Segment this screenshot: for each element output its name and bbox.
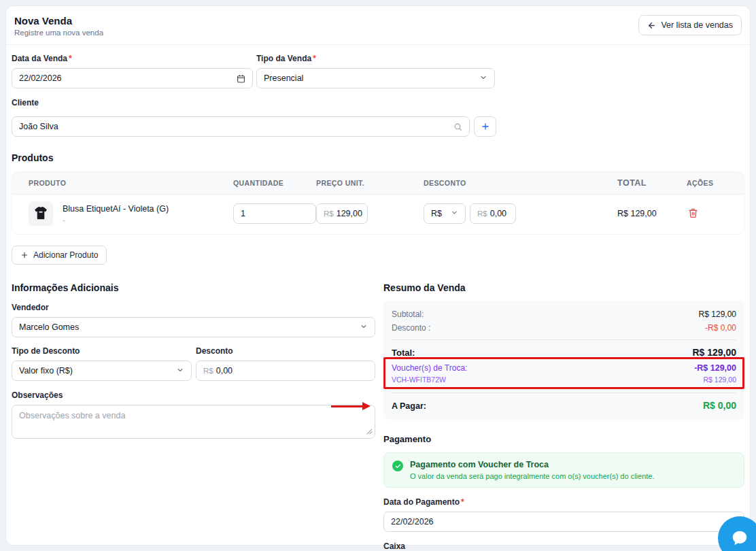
chevron-down-icon: [451, 209, 458, 218]
lower-section: Informações Adicionais Vendedor Marcelo …: [12, 282, 744, 551]
voucher-payment-alert: Pagamento com Voucher de Troca O valor d…: [383, 452, 744, 488]
payment-date-input[interactable]: [383, 512, 744, 532]
quantity-cell: [233, 203, 316, 224]
col-header-quantidade: QUANTIDADE: [233, 179, 316, 187]
customer-row: [12, 116, 744, 137]
cashier-label: Caixa: [383, 541, 744, 551]
sale-date-label: Data da Venda*: [12, 54, 253, 63]
additional-info-title: Informações Adicionais: [12, 282, 375, 293]
add-product-button[interactable]: Adicionar Produto: [12, 246, 107, 265]
customer-label: Cliente: [12, 98, 744, 107]
voucher-value: -R$ 129,00: [694, 363, 736, 373]
arrow-left-icon: [647, 21, 656, 30]
due-row: A Pagar: R$ 0,00: [392, 398, 736, 413]
required-asterisk: *: [313, 54, 316, 63]
customer-value[interactable]: [19, 122, 453, 131]
total-label: Total:: [392, 348, 415, 358]
add-product-label: Adicionar Produto: [33, 250, 98, 260]
card-header: Nova Venda Registre uma nova venda Ver l…: [6, 6, 750, 45]
sale-date-input[interactable]: [12, 68, 253, 88]
unit-price-input[interactable]: R$ 129,00: [316, 203, 368, 224]
voucher-label: Voucher(s) de Troca:: [392, 363, 467, 373]
subtotal-row: Subtotal: R$ 129,00: [392, 307, 736, 321]
seller-label: Vendedor: [12, 303, 375, 312]
sale-date-value[interactable]: [19, 73, 237, 83]
actions-cell: [685, 206, 744, 222]
products-table: PRODUTO QUANTIDADE PREÇO UNIT. DESCONTO …: [12, 171, 744, 235]
add-customer-button[interactable]: [474, 116, 496, 137]
plus-icon: [481, 122, 490, 131]
unit-price-cell: R$ 129,00: [316, 203, 424, 224]
col-header-produto: PRODUTO: [12, 179, 233, 187]
alert-content: Pagamento com Voucher de Troca O valor d…: [410, 460, 655, 480]
cashier-field-group: Caixa Marcelo Gomes - Aberto (#20) O pag…: [383, 541, 744, 551]
check-circle-icon: [392, 461, 403, 471]
currency-prefix: R$: [203, 367, 213, 375]
chevron-down-icon: [360, 322, 368, 333]
col-header-preco: PREÇO UNIT.: [316, 179, 424, 187]
col-header-total: TOTAL: [617, 178, 685, 188]
payment-date-value[interactable]: [391, 517, 728, 527]
quantity-input[interactable]: [233, 203, 316, 224]
currency-prefix: R$: [477, 210, 487, 218]
discount-fields-row: Tipo de Desconto Valor fixo (R$) Descont…: [12, 346, 375, 381]
summary-box: Subtotal: R$ 129,00 Desconto : -R$ 0,00 …: [383, 301, 744, 420]
discount-value: 0,00: [216, 366, 233, 375]
subtotal-label: Subtotal:: [392, 310, 424, 319]
summary-title: Resumo da Venda: [383, 282, 744, 293]
row-discount-input[interactable]: R$ 0,00: [470, 203, 516, 224]
view-sales-list-label: Ver lista de vendas: [661, 20, 733, 30]
products-table-header: PRODUTO QUANTIDADE PREÇO UNIT. DESCONTO …: [12, 172, 744, 195]
col-header-desconto: DESCONTO: [424, 179, 617, 187]
delete-product-button[interactable]: [687, 206, 700, 222]
voucher-code: VCH-WFITB72W: [392, 375, 446, 384]
notes-textarea[interactable]: [12, 405, 375, 439]
tshirt-image: [32, 205, 50, 222]
chat-icon: [729, 528, 750, 548]
discount-input[interactable]: R$ 0,00: [196, 361, 375, 381]
divider: [392, 393, 736, 393]
products-section-title: Produtos: [12, 152, 744, 163]
notes-label: Observações: [12, 390, 375, 400]
payment-section-title: Pagamento: [383, 434, 744, 444]
customer-field-group: Cliente: [12, 98, 744, 137]
subtotal-value: R$ 129,00: [699, 310, 736, 319]
sale-type-field-group: Tipo da Venda* Presencial: [256, 54, 495, 88]
seller-value: Marcelo Gomes: [19, 322, 79, 332]
required-asterisk: *: [461, 497, 464, 507]
notes-field-group: Observações: [12, 390, 375, 441]
trash-icon: [688, 207, 698, 218]
alert-title: Pagamento com Voucher de Troca: [410, 460, 655, 469]
view-sales-list-button[interactable]: Ver lista de vendas: [638, 15, 742, 35]
calendar-icon[interactable]: [237, 74, 245, 83]
seller-select[interactable]: Marcelo Gomes: [12, 317, 375, 337]
table-row: Blusa EtiquetAí - Violeta (G) - R$ 129,0…: [12, 195, 744, 234]
col-header-acoes: AÇÕES: [685, 179, 744, 187]
voucher-code-row: VCH-WFITB72W R$ 129,00: [392, 373, 736, 384]
seller-field-group: Vendedor Marcelo Gomes: [12, 303, 375, 337]
additional-info-column: Informações Adicionais Vendedor Marcelo …: [12, 282, 375, 441]
discount-type-field-group: Tipo de Desconto Valor fixo (R$): [12, 346, 192, 381]
header-text: Nova Venda Registre uma nova venda: [14, 15, 103, 37]
card-body: Data da Venda* Tipo da Venda* Presencial: [6, 45, 750, 551]
sale-type-label: Tipo da Venda*: [256, 54, 495, 63]
plus-icon: [20, 251, 29, 259]
discount-field-group: Desconto R$ 0,00: [196, 346, 375, 381]
summary-column: Resumo da Venda Subtotal: R$ 129,00 Desc…: [383, 282, 744, 551]
payment-date-field-group: Data do Pagamento*: [383, 497, 744, 532]
sale-type-value: Presencial: [264, 73, 303, 83]
chevron-down-icon: [176, 366, 184, 376]
new-sale-card: Nova Venda Registre uma nova venda Ver l…: [5, 5, 751, 546]
discount-type-select[interactable]: Valor fixo (R$): [12, 361, 192, 381]
required-asterisk: *: [69, 54, 72, 63]
total-row: Total: R$ 129,00: [392, 345, 736, 360]
row-discount-type-select[interactable]: R$: [424, 203, 466, 224]
total-value: R$ 129,00: [692, 347, 736, 358]
customer-search-input[interactable]: [12, 116, 470, 137]
payment-date-label: Data do Pagamento*: [383, 497, 744, 507]
discount-type-label: Tipo de Desconto: [12, 346, 192, 356]
row-discount-value: 0,00: [490, 209, 506, 218]
sale-date-field-group: Data da Venda*: [12, 54, 253, 88]
product-thumbnail: [29, 201, 53, 226]
sale-type-select[interactable]: Presencial: [256, 68, 495, 88]
